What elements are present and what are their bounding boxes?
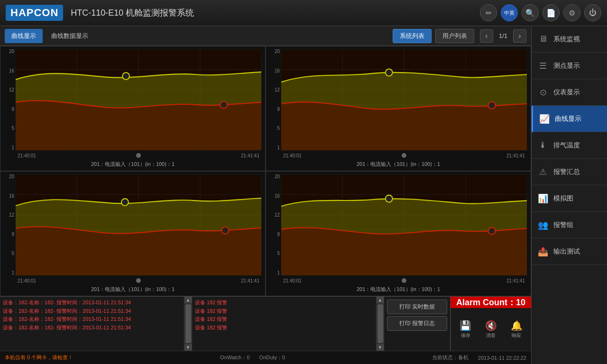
log-panel-left: 设备：182-名称：182- 报警时间：2013-01-11 21:51:34 … [0, 297, 192, 351]
chart-panel-3: 20 16 12 9 5 1 [0, 171, 266, 296]
chart-time-bar-4: 21:40:01 21:41:41 [281, 276, 527, 285]
chart-footer-2: 201：电流输入（101）(in：100)：1 [270, 160, 527, 169]
power-icon-btn[interactable]: ⏻ [584, 4, 601, 21]
time-slider-2[interactable] [402, 153, 406, 158]
svg-point-51 [488, 228, 496, 235]
btn-user-list[interactable]: 用户列表 [435, 29, 474, 43]
chart-time-bar-1: 21:40:01 21:41:41 [16, 151, 261, 160]
log-entry-left-4: 设备：182-名称：182- 报警时间：2013-01-11 21:51:34 [3, 324, 183, 332]
status-bar: 本机仅有 0 个网卡，请检查！ OnWatch：0 OnDuty：0 当前状态：… [0, 351, 531, 364]
chart-footer-1: 201：电流输入（101）(in：100)：1 [4, 160, 261, 169]
status-warn-text: 本机仅有 0 个网卡，请检查！ [5, 354, 73, 361]
sidebar-item-gauge[interactable]: ⊙ 仪表显示 [532, 79, 607, 106]
chart-y-axis-1: 20 16 12 9 5 1 [4, 49, 16, 150]
btn-print-realtime[interactable]: 打印 实时数据 [387, 300, 447, 314]
header: HAPCON HTC-110-E10 机舱监测报警系统 ✏ 中英 🔍 📄 ⚙ ⏻ [0, 0, 607, 26]
page-info: 1/1 [496, 32, 510, 39]
edit-icon-btn[interactable]: ✏ [480, 4, 497, 21]
chart-canvas-3: 20 16 12 9 5 1 [4, 174, 261, 285]
btn-print-alarm-log[interactable]: 打印 报警日志 [387, 316, 447, 331]
sidebar-item-alarm-summary[interactable]: ⚠ 报警汇总 [532, 159, 607, 185]
log-content-left: 设备：182-名称：182- 报警时间：2013-01-11 21:51:34 … [0, 297, 192, 351]
svg-point-38 [221, 227, 229, 234]
time-slider-4[interactable] [402, 278, 406, 283]
time-slider-3[interactable] [136, 278, 141, 283]
doc-icon-btn[interactable]: 📄 [543, 4, 560, 21]
settings-icon-btn[interactable]: ⚙ [563, 4, 580, 21]
scroll-down-right[interactable]: ▼ [377, 344, 384, 351]
sim-icon: 📊 [537, 193, 549, 204]
log-entry-right-2: 设备 182 报警 [195, 307, 375, 316]
alarm-icon: ⚠ [537, 167, 549, 177]
sidebar-item-exhaust-temp[interactable]: 🌡 排气温度 [532, 132, 607, 159]
content-area: 曲线显示 曲线数据显示 系统列表 用户列表 ‹ 1/1 › 20 16 12 [0, 26, 531, 364]
sidebar-item-simulation[interactable]: 📊 模拟图 [532, 185, 607, 212]
scroll-down-left[interactable]: ▼ [185, 344, 192, 351]
log-scrollbar-left: ▲ ▼ [184, 297, 192, 351]
btn-mute[interactable]: 🔇 消音 [485, 320, 497, 339]
chart-svg-1 [16, 49, 261, 150]
scroll-thumb-left[interactable] [185, 304, 191, 343]
scroll-thumb-right[interactable] [377, 304, 383, 343]
search-icon-btn[interactable]: 🔍 [522, 4, 539, 21]
log-entry-right-1: 设备 182 报警 [195, 299, 375, 307]
chart-plot-2 [281, 49, 527, 150]
chart-time-bar-3: 21:40:01 21:41:41 [16, 276, 261, 285]
main-layout: 曲线显示 曲线数据显示 系统列表 用户列表 ‹ 1/1 › 20 16 12 [0, 26, 607, 364]
sidebar-label-exhaust-temp: 排气温度 [553, 141, 580, 150]
sidebar-item-output-test[interactable]: 📤 输出测试 [532, 238, 607, 265]
svg-point-24 [386, 69, 393, 76]
chart-panel-2: 20 16 12 9 5 1 [266, 46, 531, 171]
chart-y-axis-3: 20 16 12 9 5 1 [4, 174, 16, 275]
tab-curve-data[interactable]: 曲线数据显示 [45, 29, 95, 43]
sidebar-label-alarm-summary: 报警汇总 [553, 168, 580, 176]
log-entry-right-4: 设备 182 报警 [195, 324, 375, 332]
bell-icon: 🔔 [511, 320, 523, 331]
action-panel: 打印 实时数据 打印 报警日志 [384, 297, 451, 351]
gauge-icon: ⊙ [537, 87, 549, 98]
chart-footer-3: 201：电流输入（101）(in：100)：1 [4, 285, 261, 294]
log-entry-left-3: 设备：182-名称：182- 报警时间：2013-01-11 21:51:34 [3, 315, 183, 324]
sidebar-item-alarm-group[interactable]: 👥 报警组 [532, 212, 607, 238]
chart-panel-1: 20 16 12 9 5 1 [0, 46, 266, 171]
svg-point-11 [122, 73, 129, 80]
log-entry-right-3: 设备 182 报警 [195, 315, 375, 324]
btn-save[interactable]: 💾 保存 [460, 320, 471, 339]
time-slider-1[interactable] [136, 153, 141, 158]
chart-svg-4 [281, 174, 527, 275]
chart-y-axis-4: 20 16 12 9 5 1 [270, 174, 281, 275]
sidebar-label-system-monitor: 系统监视 [553, 35, 580, 44]
btn-respond[interactable]: 🔔 响应 [511, 320, 523, 339]
btn-system-list[interactable]: 系统列表 [393, 29, 432, 43]
mute-label: 消音 [486, 332, 496, 339]
respond-label: 响应 [512, 332, 521, 339]
sidebar-label-measure-point: 测点显示 [553, 62, 580, 70]
sidebar-item-measure-point[interactable]: ☰ 测点显示 [532, 53, 607, 79]
status-onduty: OnDuty：0 [259, 354, 285, 361]
sidebar-item-curve[interactable]: 📈 曲线显示 [532, 106, 607, 132]
save-label: 保存 [461, 332, 470, 339]
chart-panel-4: 20 16 12 9 5 1 [266, 171, 531, 296]
scroll-up-right[interactable]: ▲ [377, 297, 384, 303]
thermometer-icon: 🌡 [537, 140, 549, 150]
svg-point-50 [386, 195, 393, 202]
chart-canvas-2: 20 16 12 9 5 1 [270, 49, 527, 160]
sidebar-label-simulation: 模拟图 [553, 194, 573, 203]
svg-point-25 [488, 102, 496, 109]
group-icon: 👥 [537, 220, 549, 230]
next-page-btn[interactable]: › [513, 29, 526, 43]
charts-grid: 20 16 12 9 5 1 [0, 46, 531, 296]
log-entry-left-1: 设备：182-名称：182- 报警时间：2013-01-11 21:51:34 [3, 299, 183, 307]
chart-plot-3 [16, 174, 261, 275]
lang-icon-btn[interactable]: 中英 [501, 4, 518, 21]
tab-curve-display[interactable]: 曲线显示 [5, 29, 43, 43]
chart-time-bar-2: 21:40:01 21:41:41 [281, 151, 527, 160]
curve-icon: 📈 [539, 114, 550, 124]
scroll-up-left[interactable]: ▲ [185, 297, 192, 303]
chart-plot-1 [16, 49, 261, 150]
status-onwatch: OnWatch：0 [220, 354, 250, 361]
status-state: 当前状态：备机 [432, 354, 469, 361]
sidebar-item-system-monitor[interactable]: 🖥 系统监视 [532, 26, 607, 53]
prev-page-btn[interactable]: ‹ [480, 29, 493, 43]
chart-footer-4: 201：电流输入（101）(in：100)：1 [270, 285, 527, 294]
